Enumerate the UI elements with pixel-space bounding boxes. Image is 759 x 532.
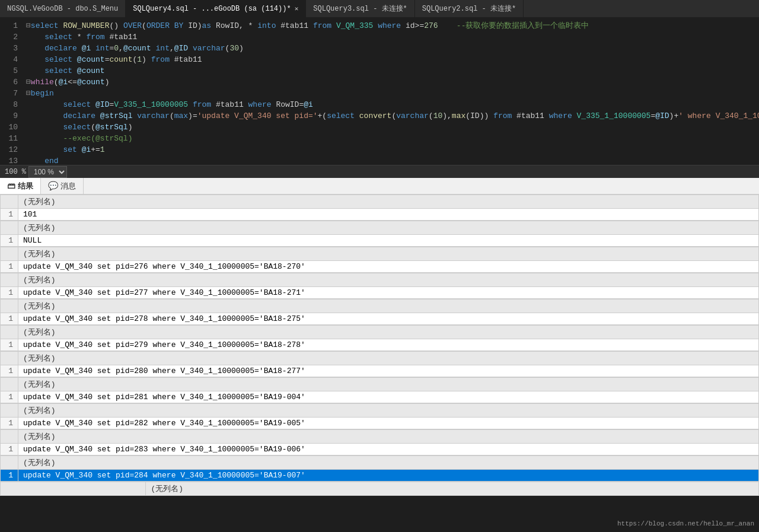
results-tab-results[interactable]: 🗃 结果 (0, 178, 41, 194)
code-line-12: select(@strSql) (21, 122, 759, 133)
cell-value: update V_QM_340 set pid=281 where V_340_… (18, 391, 759, 403)
cell-value: update V_QM_340 set pid=276 where V_340_… (18, 261, 759, 273)
result-section-12: (无列名) (0, 482, 759, 496)
results-tabs-bar: 🗃 结果 💬 消息 (0, 178, 759, 195)
cell-value: update V_QM_340 set pid=277 where V_340_… (18, 287, 759, 299)
tab-label: NGSQL.VeGooDB - dbo.S_Menu (7, 5, 118, 13)
row-number: 1 (1, 470, 18, 482)
col-header-12: (无列名) (146, 482, 759, 496)
results-tab-label: 结果 (18, 181, 33, 192)
row-number: 1 (1, 339, 18, 351)
col-rownum-header (1, 404, 18, 418)
tab-bar: NGSQL.VeGooDB - dbo.S_Menu SQLQuery4.sql… (0, 0, 759, 18)
code-line-15: end (21, 155, 759, 165)
result-section-5: (无列名) 1 update V_QM_340 set pid=278 wher… (0, 299, 759, 325)
col-rownum-header (1, 352, 18, 365)
cell-value: update V_QM_340 set pid=284 where V_340_… (18, 470, 759, 482)
table-row: 1 update V_QM_340 set pid=282 where V_34… (1, 418, 759, 429)
code-line-8: ⊟begin (21, 88, 759, 99)
code-line-5: select @count=count(1) from #tab11 (21, 54, 759, 65)
results-tab-messages[interactable]: 💬 消息 (41, 178, 84, 194)
row-number: 1 (1, 287, 18, 299)
col-rownum-header (1, 326, 18, 339)
col-header-9: (无列名) (18, 404, 759, 418)
result-table-8: (无列名) 1 update V_QM_340 set pid=281 wher… (0, 377, 759, 403)
table-row: 1 update V_QM_340 set pid=284 where V_34… (1, 470, 759, 482)
results-content[interactable]: (无列名) 1 101 (无列名) 1 NULL (0, 195, 759, 496)
zoom-select[interactable]: 100 % (28, 166, 67, 178)
code-editor[interactable]: ⊟select ROW_NUMBER() OVER(ORDER BY ID)as… (21, 18, 759, 165)
col-rownum-header (1, 378, 18, 391)
col-rownum-header (1, 300, 18, 313)
tab-sqlquery2[interactable]: SQLQuery2.sql - 未连接* (415, 0, 524, 17)
messages-tab-label: 消息 (60, 181, 76, 192)
table-row: 1 update V_QM_340 set pid=277 where V_34… (1, 287, 759, 299)
cell-value: update V_QM_340 set pid=280 where V_340_… (18, 365, 759, 377)
col-rownum-header (1, 430, 18, 444)
result-table-2: (无列名) 1 NULL (0, 221, 759, 247)
tab-ngsql[interactable]: NGSQL.VeGooDB - dbo.S_Menu (0, 0, 126, 17)
col-header-2: (无列名) (18, 221, 759, 235)
code-container: 12345 678910 1112131415 ⊟select ROW_NUMB… (0, 18, 759, 165)
col-header-10: (无列名) (18, 430, 759, 444)
result-section-4: (无列名) 1 update V_QM_340 set pid=277 wher… (0, 273, 759, 299)
table-row: 1 101 (1, 209, 759, 221)
tab-sqlquery4[interactable]: SQLQuery4.sql - ...eGooDB (sa (114))* ✕ (126, 0, 306, 17)
table-row: 1 update V_QM_340 set pid=283 where V_34… (1, 444, 759, 455)
row-number: 1 (1, 209, 18, 221)
close-icon[interactable]: ✕ (295, 5, 299, 12)
table-row: 1 update V_QM_340 set pid=279 where V_34… (1, 339, 759, 351)
result-table-11: (无列名) 1 update V_QM_340 set pid=284 wher… (0, 455, 759, 482)
zoom-bar: 100 % 100 % (0, 165, 759, 178)
results-icon: 🗃 (7, 181, 15, 191)
watermark: https://blog.csdn.net/hello_mr_anan (617, 520, 754, 527)
cell-value: update V_QM_340 set pid=283 where V_340_… (18, 444, 759, 455)
code-line-6: select @count (21, 65, 759, 77)
row-number: 1 (1, 261, 18, 273)
result-section-6: (无列名) 1 update V_QM_340 set pid=279 wher… (0, 325, 759, 351)
col-rownum-header (1, 482, 146, 496)
row-number: 1 (1, 313, 18, 325)
line-numbers: 12345 678910 1112131415 (0, 18, 21, 165)
col-header-11: (无列名) (18, 456, 759, 470)
table-row: 1 NULL (1, 235, 759, 247)
tab-sqlquery3[interactable]: SQLQuery3.sql - 未连接* (306, 0, 414, 17)
cell-value: 101 (18, 209, 759, 221)
result-section-3: (无列名) 1 update V_QM_340 set pid=276 wher… (0, 247, 759, 273)
cell-value: update V_QM_340 set pid=282 where V_340_… (18, 418, 759, 429)
result-section-11: (无列名) 1 update V_QM_340 set pid=284 wher… (0, 455, 759, 482)
col-header-1: (无列名) (18, 195, 759, 209)
row-number: 1 (1, 235, 18, 247)
tab-label: SQLQuery4.sql - ...eGooDB (sa (114))* (133, 5, 291, 13)
result-section-1: (无列名) 1 101 (0, 195, 759, 221)
col-header-6: (无列名) (18, 326, 759, 339)
table-row: 1 update V_QM_340 set pid=278 where V_34… (1, 313, 759, 325)
result-table-6: (无列名) 1 update V_QM_340 set pid=279 wher… (0, 325, 759, 351)
cell-value: NULL (18, 235, 759, 247)
code-line-13: --exec(@strSql) (21, 133, 759, 144)
col-header-4: (无列名) (18, 273, 759, 287)
zoom-label: 100 % (5, 168, 26, 176)
col-header-7: (无列名) (18, 352, 759, 365)
col-header-8: (无列名) (18, 378, 759, 391)
col-rownum-header (1, 273, 18, 287)
col-rownum-header (1, 456, 18, 470)
result-section-8: (无列名) 1 update V_QM_340 set pid=281 wher… (0, 377, 759, 403)
tab-label: SQLQuery3.sql - 未连接* (313, 4, 407, 14)
code-line-11: declare @strSql varchar(max)='update V_Q… (21, 110, 759, 122)
result-table-4: (无列名) 1 update V_QM_340 set pid=277 wher… (0, 273, 759, 299)
code-line-4: declare @i int=0,@count int,@ID varchar(… (21, 43, 759, 54)
result-section-2: (无列名) 1 NULL (0, 221, 759, 247)
code-line-14: set @i+=1 (21, 144, 759, 155)
result-table-1: (无列名) 1 101 (0, 195, 759, 221)
editor-area: 12345 678910 1112131415 ⊟select ROW_NUMB… (0, 18, 759, 178)
code-line-9: select @ID=V_335_1_10000005 from #tab11 … (21, 99, 759, 110)
row-number: 1 (1, 391, 18, 403)
col-rownum-header (1, 221, 18, 235)
col-header-3: (无列名) (18, 247, 759, 261)
row-number: 1 (1, 444, 18, 455)
result-table-3: (无列名) 1 update V_QM_340 set pid=276 wher… (0, 247, 759, 273)
cell-value: update V_QM_340 set pid=278 where V_340_… (18, 313, 759, 325)
col-header-5: (无列名) (18, 300, 759, 313)
results-panel: 🗃 结果 💬 消息 (无列名) 1 101 (无列名) (0, 178, 759, 496)
